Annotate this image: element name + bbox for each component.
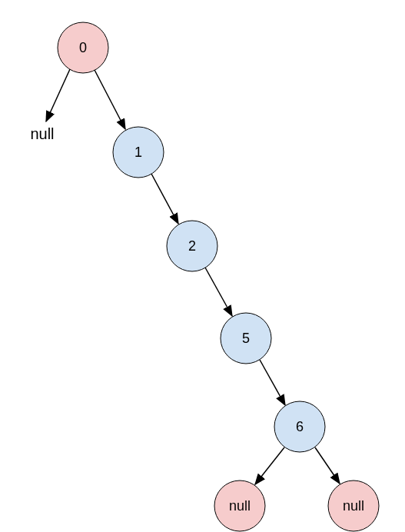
node-5-label: 5 (242, 331, 250, 346)
node-6: 6 (274, 401, 325, 452)
node-2: 2 (167, 221, 217, 271)
node-null-bottom-left-label: null (229, 498, 251, 514)
edge-5-6 (260, 360, 285, 405)
edge-6-nullR (315, 447, 340, 484)
edge-2-5 (205, 268, 232, 316)
edge-0-nullL (46, 69, 70, 121)
edge-1-2 (151, 174, 178, 224)
node-null-top-left: null (30, 125, 54, 142)
node-0: 0 (58, 22, 108, 73)
node-null-bottom-right-label: null (343, 498, 364, 514)
node-null-bottom-left: null (214, 480, 265, 531)
edge-0-1 (95, 70, 125, 129)
node-6-label: 6 (296, 419, 304, 434)
edge-6-nullL (255, 447, 284, 484)
node-2-label: 2 (188, 238, 196, 254)
node-1-label: 1 (134, 145, 142, 160)
node-1: 1 (113, 127, 164, 178)
tree-diagram: 0 null 1 2 5 6 null null (0, 0, 405, 532)
node-0-label: 0 (79, 40, 87, 55)
node-null-bottom-right: null (328, 480, 379, 531)
node-5: 5 (221, 313, 271, 364)
